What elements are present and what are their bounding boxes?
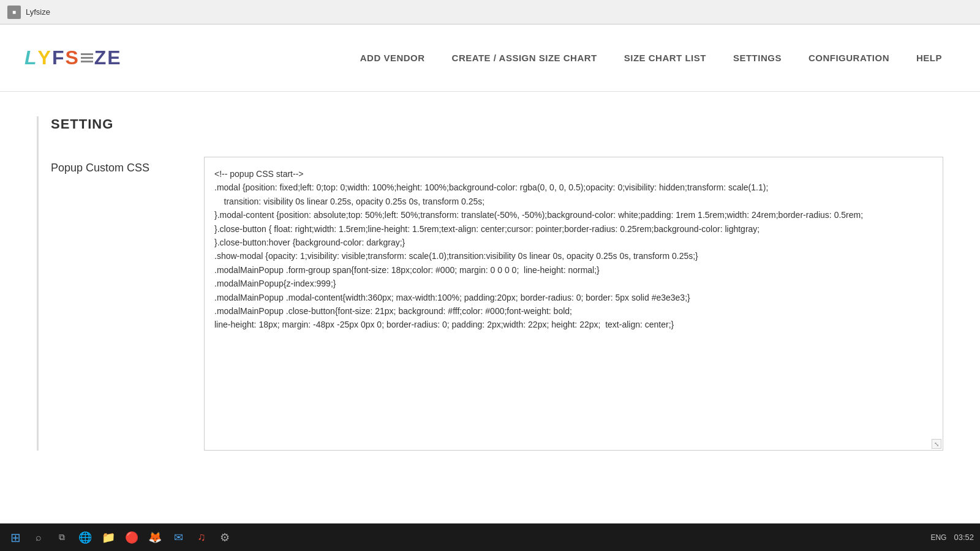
nav-size-chart-list[interactable]: SIZE CHART LIST bbox=[611, 53, 720, 63]
settings-container: SETTING Popup Custom CSS <!-- popup CSS … bbox=[37, 116, 943, 451]
nav-help[interactable]: HELP bbox=[903, 53, 956, 63]
search-taskbar-icon[interactable]: ⌕ bbox=[29, 528, 48, 547]
title-bar: ■ Lyfsize bbox=[0, 0, 980, 24]
css-textarea-scroll[interactable]: <!-- popup CSS start--> .modal {position… bbox=[205, 157, 943, 450]
css-code-content: <!-- popup CSS start--> .modal {position… bbox=[214, 167, 924, 332]
popup-css-label: Popup Custom CSS bbox=[51, 157, 186, 174]
nav-configuration[interactable]: CONFIGURATION bbox=[795, 53, 903, 63]
nav-links: ADD VENDOR CREATE / ASSIGN SIZE CHART SI… bbox=[347, 53, 956, 63]
logo: L Y F S Z E bbox=[24, 47, 122, 69]
setting-row: Popup Custom CSS <!-- popup CSS start-->… bbox=[51, 157, 943, 451]
task-view-icon[interactable]: ⧉ bbox=[53, 528, 71, 547]
taskbar: ⊞ ⌕ ⧉ 🌐 📁 🔴 🦊 ✉ ♫ ⚙ ENG 03:52 bbox=[0, 523, 980, 551]
main-content: SETTING Popup Custom CSS <!-- popup CSS … bbox=[0, 92, 980, 475]
section-title: SETTING bbox=[51, 116, 943, 132]
nav-bar: L Y F S Z E ADD VENDOR CREATE / ASSIGN S… bbox=[0, 24, 980, 92]
nav-create-assign[interactable]: CREATE / ASSIGN SIZE CHART bbox=[439, 53, 611, 63]
nav-settings[interactable]: SETTINGS bbox=[720, 53, 795, 63]
music-icon[interactable]: ♫ bbox=[192, 528, 211, 547]
app-icon: ■ bbox=[7, 6, 21, 19]
time-display: 03:52 bbox=[954, 533, 974, 542]
file-explorer-icon[interactable]: 📁 bbox=[99, 528, 118, 547]
start-button[interactable]: ⊞ bbox=[6, 528, 24, 547]
chrome-icon[interactable]: 🔴 bbox=[123, 528, 141, 547]
nav-add-vendor[interactable]: ADD VENDOR bbox=[347, 53, 439, 63]
browser-taskbar-icon[interactable]: 🌐 bbox=[76, 528, 94, 547]
firefox-icon[interactable]: 🦊 bbox=[146, 528, 164, 547]
taskbar-left: ⊞ ⌕ ⧉ 🌐 📁 🔴 🦊 ✉ ♫ ⚙ bbox=[6, 528, 234, 547]
mail-icon[interactable]: ✉ bbox=[169, 528, 187, 547]
css-textarea-container: <!-- popup CSS start--> .modal {position… bbox=[204, 157, 943, 451]
settings-taskbar-icon[interactable]: ⚙ bbox=[216, 528, 234, 547]
language-indicator: ENG bbox=[930, 533, 946, 542]
taskbar-right: ENG 03:52 bbox=[930, 533, 974, 542]
title-bar-text: Lyfsize bbox=[26, 7, 50, 17]
edit-resize-icon[interactable]: ⤡ bbox=[932, 439, 941, 449]
